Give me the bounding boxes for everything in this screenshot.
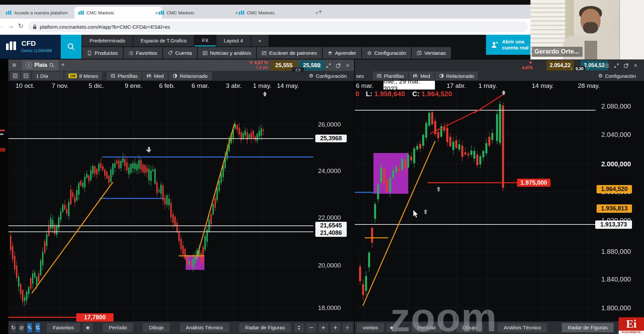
- account-icon: [168, 51, 173, 55]
- minus-icon[interactable]: [306, 323, 316, 332]
- menu-label: Cuenta: [175, 50, 192, 56]
- bottom-button-an-lisis-t-cnico[interactable]: Análisis Técnico: [498, 323, 547, 332]
- menu-item-account[interactable]: Cuenta: [163, 47, 197, 59]
- x-axis-label: 1 may.: [478, 82, 497, 90]
- scanner-icon: [262, 51, 267, 55]
- plus-icon[interactable]: [318, 323, 328, 332]
- disable-drawing-icon[interactable]: ⊘: [19, 323, 24, 332]
- bottom-button-voritos[interactable]: voritos: [357, 323, 384, 332]
- reset-icon[interactable]: ↻: [11, 323, 16, 332]
- gear-icon: ⚙: [309, 73, 313, 79]
- layout-grid-icon[interactable]: [21, 71, 31, 80]
- search-icon[interactable]: [49, 63, 54, 68]
- browser-tab[interactable]: Accede a nuestra plataforma | C×: [2, 7, 82, 19]
- templates-button[interactable]: Plantillas: [107, 71, 142, 80]
- new-workspace-button[interactable]: +: [251, 35, 269, 46]
- account-label: Demo 11280486: [21, 48, 52, 53]
- related-icon: [173, 73, 177, 78]
- workspace-tabs: PredeterminadoEspacio de T.GraficoFXLayo…: [82, 35, 269, 46]
- edge-artifact: [0, 134, 3, 135]
- bottom-button-an-lisis-t-cnico[interactable]: Análisis Técnico: [180, 323, 229, 332]
- new-tab-button[interactable]: +: [318, 8, 322, 16]
- chart-marker-down: [146, 147, 151, 153]
- workspace-tab-espacio-de-t-grafico[interactable]: Espacio de T.Grafico: [133, 35, 194, 46]
- range-selector[interactable]: 1W 8 Meses: [64, 71, 102, 80]
- address-bar[interactable]: platform.cmcmarkets.com/#/app?b=CMC-CFD&…: [28, 21, 528, 32]
- menu-item-favorites[interactable]: Favoritos: [124, 47, 162, 59]
- sliders-icon: [111, 74, 115, 78]
- menu-item-learn[interactable]: Aprender: [323, 47, 361, 59]
- x-axis-label: 6 mar.: [192, 82, 209, 90]
- spread-label: 0,30: [574, 66, 585, 71]
- bottom-button-dibujo[interactable]: Dibujo: [143, 323, 170, 332]
- period-selector[interactable]: 1 Día: [32, 71, 63, 80]
- bottom-button-per-odo[interactable]: Período: [103, 323, 133, 332]
- menu-item-scanner[interactable]: Escáner de patrones: [257, 47, 322, 59]
- menu-item-windows[interactable]: Ventanas: [412, 47, 451, 59]
- screen: Accede a nuestra plataforma | C×CMC Mark…: [0, 0, 644, 334]
- y-axis-label: 20,0000: [318, 262, 341, 269]
- close-icon[interactable]: ×: [634, 62, 637, 69]
- crosshair-icon[interactable]: [330, 323, 340, 332]
- updown-arrows-icon[interactable]: ⇅: [35, 323, 40, 332]
- order-ticket-icon[interactable]: [316, 63, 321, 68]
- browser-tab[interactable]: CMC Markets×: [155, 7, 242, 19]
- order-ticket-icon[interactable]: [604, 63, 609, 68]
- reload-icon[interactable]: ↻: [18, 22, 23, 30]
- change-percent: ▼ 0,07 %: [249, 60, 268, 65]
- learn-icon: [328, 51, 332, 55]
- cmc-favicon: [159, 11, 164, 15]
- add-instrument-tab-button[interactable]: +: [61, 61, 65, 68]
- presenter-shirt: [585, 41, 597, 59]
- y-axis-label: 18,0000: [318, 304, 341, 312]
- updown-icon[interactable]: [294, 323, 304, 332]
- bottom-button-radar-de-figuras[interactable]: Radar de Figuras: [239, 323, 291, 332]
- split-icon[interactable]: [342, 323, 352, 332]
- uptick-icon: ▲: [587, 66, 590, 70]
- menu-item-settings[interactable]: Configuración: [362, 47, 412, 59]
- price-tag: 1.975,000: [517, 179, 550, 187]
- close-tab-icon[interactable]: ×: [315, 10, 318, 16]
- browser-tab[interactable]: CMC Markets×: [235, 7, 322, 19]
- expand-icon[interactable]: [614, 63, 619, 68]
- tab-title: CMC Markets: [167, 10, 194, 15]
- uptick-icon: ▲: [570, 66, 573, 70]
- back-icon[interactable]: ←: [0, 22, 4, 30]
- window-menu-icon[interactable]: ≡: [12, 61, 16, 69]
- candles-icon: [413, 74, 418, 78]
- x-axis-label: 28 may.: [578, 82, 600, 90]
- favorites-star-icon[interactable]: ★: [83, 323, 93, 332]
- draw-pencil-icon[interactable]: ✎: [27, 323, 32, 332]
- chart-settings-button[interactable]: ⚙ Configuración: [305, 71, 351, 80]
- ei-sub-label: SUSCRIBETE: [619, 331, 644, 334]
- workspace-tab-fx[interactable]: FX: [195, 35, 216, 46]
- expand-icon[interactable]: [326, 63, 331, 68]
- open-account-line2: cuenta real: [502, 45, 528, 50]
- menu-item-products[interactable]: Productos: [82, 47, 123, 59]
- instrument-number-badge: 1: [26, 62, 32, 68]
- candlestick-chart-right[interactable]: [355, 90, 596, 321]
- related-button[interactable]: Relacionado: [435, 71, 478, 80]
- workspace-tab-layout-4[interactable]: Layout 4: [216, 35, 251, 46]
- chart-type-icon[interactable]: [10, 71, 20, 80]
- search-button[interactable]: [61, 35, 82, 59]
- bottom-button-favoritos[interactable]: Favoritos: [47, 323, 80, 332]
- plata-bottom-toolbar: ↻ ⊘ ✎ ⇅ Favoritos★PeríodoDibujoAnálisis …: [8, 321, 354, 334]
- related-button[interactable]: Relacionado: [169, 71, 211, 80]
- popout-icon[interactable]: [624, 63, 628, 68]
- x-axis-label: 14 may.: [277, 82, 299, 90]
- tab-title: CMC Markets: [247, 10, 275, 15]
- workspace-tab-predeterminado[interactable]: Predeterminado: [82, 35, 133, 46]
- popout-icon[interactable]: [336, 63, 340, 68]
- browser-tab[interactable]: CMC Markets×: [74, 7, 162, 19]
- indicators-button[interactable]: Med: [143, 71, 168, 80]
- bottom-button-radar-de-figuras[interactable]: Radar de Figuras: [562, 323, 614, 332]
- instrument-tab[interactable]: 1 Plata: [22, 60, 58, 70]
- close-icon[interactable]: ×: [346, 62, 349, 69]
- chart-settings-button[interactable]: ⚙ Configuración: [594, 71, 640, 80]
- menu-item-news[interactable]: Noticias y análisis: [198, 47, 256, 59]
- range-label-partial[interactable]: ses: [356, 73, 364, 79]
- forward-icon[interactable]: →: [7, 22, 14, 30]
- candlestick-chart-left[interactable]: [8, 90, 314, 321]
- candles-icon: [147, 74, 152, 78]
